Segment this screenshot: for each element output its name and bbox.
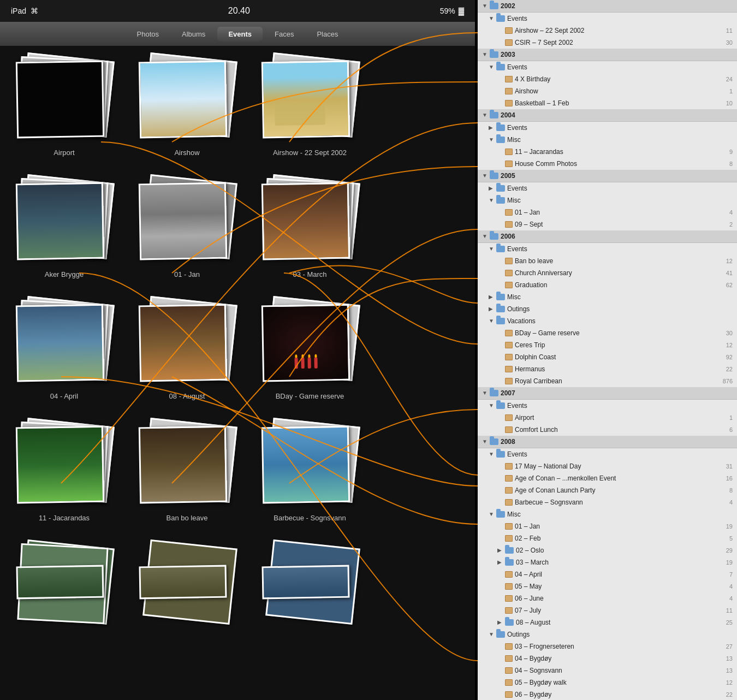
tree-09-sept[interactable]: 09 – Sept 2 bbox=[478, 218, 737, 230]
tree-events-2002[interactable]: ▼ Events bbox=[478, 13, 737, 25]
tree-banbo-2006[interactable]: Ban bo leave 12 bbox=[478, 255, 737, 267]
tab-photos[interactable]: Photos bbox=[126, 27, 170, 41]
photo-item-barbecue[interactable]: Barbecue - Sognsvann bbox=[257, 422, 363, 522]
tree-barbecue-2008[interactable]: Barbecue – Sognsvann 4 bbox=[478, 496, 737, 508]
photo-item-aker[interactable]: Aker Brygge bbox=[11, 179, 117, 278]
tree-08-august-2008[interactable]: ▶ 08 – August 25 bbox=[478, 616, 737, 628]
battery-icon: ▓ bbox=[459, 7, 464, 15]
tree-17may[interactable]: 17 May – National Day 31 bbox=[478, 460, 737, 472]
photo-item-airport[interactable]: Airport bbox=[11, 57, 117, 157]
tree-ceres[interactable]: Ceres Trip 12 bbox=[478, 339, 737, 351]
tree-misc-2004[interactable]: ▼ Misc bbox=[478, 134, 737, 146]
tree-04-bygdoy[interactable]: 04 – Bygdøy 13 bbox=[478, 652, 737, 665]
tree-airshow-2003[interactable]: Airshow 1 bbox=[478, 85, 737, 97]
tree-07-july[interactable]: 07 – July 11 bbox=[478, 604, 737, 616]
nav-bar: Photos Albums Events Faces Places bbox=[0, 22, 475, 46]
photo-item-partial3[interactable] bbox=[257, 544, 363, 636]
photo-item-jacarandas[interactable]: 11 - Jacarandas bbox=[11, 422, 117, 522]
tree-section-2004: ▼ 2004 ▶ Events ▼ Misc 11 – Jacarandas 9… bbox=[478, 109, 737, 170]
tree-section-2002: ▼ 2002 ▼ Events Airshow – 22 Sept 2002 1… bbox=[478, 0, 737, 49]
photo-label-banbo: Ban bo leave bbox=[167, 514, 208, 522]
tree-bday-game[interactable]: BDay – Game reserve 30 bbox=[478, 327, 737, 339]
photo-label-march: 03 - March bbox=[293, 270, 326, 278]
tree-06-june[interactable]: 06 – June 4 bbox=[478, 592, 737, 604]
tree-events-2004[interactable]: ▶ Events bbox=[478, 122, 737, 134]
year-header-2005[interactable]: ▼ 2005 bbox=[478, 170, 737, 182]
tree-misc-2005[interactable]: ▼ Misc bbox=[478, 194, 737, 206]
tree-airshow2002[interactable]: Airshow – 22 Sept 2002 11 bbox=[478, 25, 737, 37]
photo-label-bday: BDay - Game reserve bbox=[276, 392, 344, 400]
status-time: 20.40 bbox=[228, 6, 250, 16]
tree-06-bygdoy[interactable]: 06 – Bygdøy 22 bbox=[478, 689, 737, 700]
tree-royal[interactable]: Royal Carribean 876 bbox=[478, 375, 737, 387]
photo-item-airshow[interactable]: Airshow bbox=[134, 57, 240, 157]
photo-item-partial2[interactable] bbox=[134, 544, 240, 636]
tree-01-jan-2005[interactable]: 01 – Jan 4 bbox=[478, 206, 737, 218]
photo-label-airport: Airport bbox=[54, 149, 74, 157]
photo-label-airshow: Airshow bbox=[174, 149, 199, 157]
photo-item-august[interactable]: 08 - August bbox=[134, 300, 240, 400]
tab-events[interactable]: Events bbox=[217, 27, 263, 41]
tree-misc-2008[interactable]: ▼ Misc bbox=[478, 508, 737, 520]
year-header-2003[interactable]: ▼ 2003 bbox=[478, 49, 737, 61]
year-header-2007[interactable]: ▼ 2007 bbox=[478, 387, 737, 400]
tree-outings-2008[interactable]: ▼ Outings bbox=[478, 628, 737, 640]
tree-csir[interactable]: CSIR – 7 Sept 2002 30 bbox=[478, 37, 737, 49]
tree-03-frogner[interactable]: 03 – Frognerseteren 27 bbox=[478, 640, 737, 652]
year-header-2006[interactable]: ▼ 2006 bbox=[478, 230, 737, 243]
device-label: iPad bbox=[11, 7, 26, 15]
photo-label-airshow2002: Airshow - 22 Sept 2002 bbox=[273, 149, 347, 157]
tree-vacations-2006[interactable]: ▼ Vacations bbox=[478, 315, 737, 327]
tree-01-jan-2008[interactable]: 01 – Jan 19 bbox=[478, 520, 737, 532]
tree-04-april-2008[interactable]: 04 – April 7 bbox=[478, 568, 737, 580]
tree-age-conan-event[interactable]: Age of Conan – ...menkollen Event 16 bbox=[478, 472, 737, 484]
tree-age-conan-launch[interactable]: Age of Conan Launch Party 8 bbox=[478, 484, 737, 496]
tree-05-may[interactable]: 05 – May 4 bbox=[478, 580, 737, 592]
tree-section-2007: ▼ 2007 ▼ Events Airport 1 Comfort Lunch … bbox=[478, 387, 737, 436]
photo-item-banbo[interactable]: Ban bo leave bbox=[134, 422, 240, 522]
year-header-2002[interactable]: ▼ 2002 bbox=[478, 0, 737, 13]
tree-church[interactable]: Church Anniversary 41 bbox=[478, 267, 737, 279]
tree-section-2008: ▼ 2008 ▼ Events 17 May – National Day 31… bbox=[478, 436, 737, 700]
tree-hermanus[interactable]: Hermanus 22 bbox=[478, 363, 737, 375]
tree-graduation[interactable]: Graduation 62 bbox=[478, 279, 737, 291]
photo-item-april[interactable]: 04 - April bbox=[11, 300, 117, 400]
year-header-2008[interactable]: ▼ 2008 bbox=[478, 436, 737, 448]
status-bar: iPad ⌘ 20.40 59% ▓ bbox=[0, 0, 475, 22]
photo-item-bday[interactable]: BDay - Game reserve bbox=[257, 300, 363, 400]
tree-outings-2006[interactable]: ▶ Outings bbox=[478, 303, 737, 315]
tree-events-2007[interactable]: ▼ Events bbox=[478, 400, 737, 412]
tree-04-sognsvann[interactable]: 04 – Sognsvann 13 bbox=[478, 665, 737, 677]
tree-dolphin[interactable]: Dolphin Coast 92 bbox=[478, 351, 737, 363]
photo-label-august: 08 - August bbox=[169, 392, 205, 400]
tree-events-2008[interactable]: ▼ Events bbox=[478, 448, 737, 460]
year-header-2004[interactable]: ▼ 2004 bbox=[478, 109, 737, 122]
photo-item-jan[interactable]: 01 - Jan bbox=[134, 179, 240, 278]
tree-section-2005: ▼ 2005 ▶ Events ▼ Misc 01 – Jan 4 09 – S… bbox=[478, 170, 737, 230]
tree-airport-2007[interactable]: Airport 1 bbox=[478, 412, 737, 424]
photo-row-1: Airport Airshow Airshow - 22 Sept 2002 bbox=[11, 57, 464, 157]
tree-basketball[interactable]: Basketball – 1 Feb 10 bbox=[478, 97, 737, 109]
tree-events-2005[interactable]: ▶ Events bbox=[478, 182, 737, 194]
tree-4xbirthday[interactable]: 4 X Birthday 24 bbox=[478, 73, 737, 85]
tree-02-feb[interactable]: 02 – Feb 5 bbox=[478, 532, 737, 544]
tree-02-oslo[interactable]: ▶ 02 – Oslo 29 bbox=[478, 544, 737, 556]
photo-item-march[interactable]: 03 - March bbox=[257, 179, 363, 278]
tree-house-comm[interactable]: House Comm Photos 8 bbox=[478, 158, 737, 170]
tree-misc-2006[interactable]: ▶ Misc bbox=[478, 291, 737, 303]
tree-section-2006: ▼ 2006 ▼ Events Ban bo leave 12 Church A… bbox=[478, 230, 737, 387]
tab-faces[interactable]: Faces bbox=[264, 27, 305, 41]
tree-05-bygdoy-walk[interactable]: 05 – Bygdøy walk 12 bbox=[478, 677, 737, 689]
photo-label-barbecue: Barbecue - Sognsvann bbox=[274, 514, 346, 522]
tree-comfort-lunch[interactable]: Comfort Lunch 6 bbox=[478, 424, 737, 436]
tree-events-2006[interactable]: ▼ Events bbox=[478, 243, 737, 255]
tree-03-march-2008[interactable]: ▶ 03 – March 19 bbox=[478, 556, 737, 568]
tree-events-2003[interactable]: ▼ Events bbox=[478, 61, 737, 73]
photo-item-airshow2002[interactable]: Airshow - 22 Sept 2002 bbox=[257, 57, 363, 157]
status-right: 59% ▓ bbox=[440, 7, 464, 15]
tree-11-jacarandas[interactable]: 11 – Jacarandas 9 bbox=[478, 146, 737, 158]
tab-places[interactable]: Places bbox=[306, 27, 349, 41]
tab-albums[interactable]: Albums bbox=[171, 27, 216, 41]
tree-panel: ▼ 2002 ▼ Events Airshow – 22 Sept 2002 1… bbox=[478, 0, 737, 700]
photo-item-partial1[interactable] bbox=[11, 544, 117, 636]
